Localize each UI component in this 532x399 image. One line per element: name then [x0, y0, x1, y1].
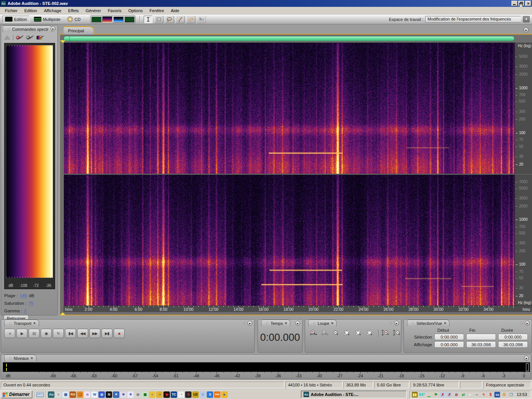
- quick-launch-media-player-icon[interactable]: ▸: [221, 391, 228, 398]
- time-selection-tool[interactable]: [144, 16, 153, 23]
- zoom-in-horizontal-button[interactable]: [309, 329, 319, 338]
- affichage-fin-field[interactable]: 36:03.098: [466, 341, 496, 348]
- tray-mouse-utility[interactable]: ⌁: [474, 392, 480, 397]
- waveform-view-button[interactable]: [91, 16, 101, 22]
- gradient-pen-button[interactable]: [36, 35, 44, 40]
- quick-launch-s-swirl-icon[interactable]: S: [207, 391, 213, 398]
- zoom-out-horizontal-button[interactable]: [320, 329, 330, 338]
- temps-tab[interactable]: Temps ×: [261, 320, 290, 326]
- color-pen-2-button[interactable]: [26, 35, 34, 40]
- tray-pause-badge[interactable]: ▮▮: [412, 392, 418, 397]
- phase-view-button[interactable]: [113, 16, 124, 22]
- tray-green-updater[interactable]: ⇄: [460, 392, 466, 397]
- tray-blue-window[interactable]: ❐: [508, 392, 514, 397]
- effects-paintbrush-tool[interactable]: [176, 16, 185, 23]
- zoom-to-selection-left-button[interactable]: [355, 329, 364, 338]
- menu-item-effets[interactable]: Effets: [65, 8, 82, 14]
- playhead-marker-top[interactable]: [60, 40, 65, 43]
- affichage-debut-field[interactable]: 0:00.000: [434, 341, 464, 348]
- panel-menu-button[interactable]: ▶: [51, 26, 55, 31]
- playhead-cursor[interactable]: [63, 43, 64, 306]
- gamma-value[interactable]: 2: [24, 309, 26, 314]
- main-panel-menu-button[interactable]: ▶: [524, 27, 529, 32]
- transport-tab[interactable]: Transport ×: [4, 320, 39, 326]
- menu-item-edition[interactable]: Edition: [21, 8, 41, 14]
- tray-cursor-spark[interactable]: ➤: [467, 392, 473, 397]
- time-ruler[interactable]: hms hms 2:004:006:008:0010:0012:0014:001…: [63, 306, 532, 312]
- multipiste-mode-button[interactable]: Multipiste: [31, 16, 63, 23]
- spectral-controls-tab[interactable]: Commandes spectrales: [3, 25, 52, 32]
- quick-launch-word-icon[interactable]: W: [91, 391, 98, 398]
- tray-red-dollar[interactable]: $: [488, 392, 493, 397]
- cd-mode-button[interactable]: CD: [65, 15, 83, 23]
- workspace-dropdown-arrow[interactable]: ▼: [523, 16, 530, 22]
- play-button[interactable]: ▶: [16, 329, 27, 338]
- play-from-cursor-button[interactable]: ◉: [41, 329, 52, 338]
- menu-item-favoris[interactable]: Favoris: [104, 8, 125, 14]
- quick-launch-onenote-icon[interactable]: n: [84, 391, 90, 398]
- panel-menu-button[interactable]: ▶: [524, 356, 529, 361]
- selection-duree-field[interactable]: 0:00.000: [498, 334, 528, 340]
- stop-button[interactable]: ■: [4, 329, 15, 338]
- quick-launch-ue-icon[interactable]: UE: [192, 391, 199, 398]
- spectrogram-left-channel[interactable]: [64, 43, 515, 174]
- quick-launch-planet-icon[interactable]: ◍: [98, 391, 105, 398]
- quick-launch-dial-icon[interactable]: ◔: [178, 391, 184, 398]
- spectrogram-right-channel[interactable]: [64, 175, 515, 306]
- quick-launch-a-circle-icon[interactable]: ◎: [135, 391, 141, 398]
- quick-launch-sbp-icon[interactable]: S: [185, 391, 192, 398]
- saturation-value[interactable]: 75: [28, 301, 33, 306]
- selection-vue-tab[interactable]: Sélection/Vue ×: [407, 320, 450, 326]
- taskbar-clock[interactable]: 13:53: [515, 392, 529, 397]
- workspace-dropdown[interactable]: Modification de l'espacement des fréquen…: [425, 16, 521, 22]
- level-meter[interactable]: [3, 362, 530, 372]
- close-icon[interactable]: ×: [31, 356, 33, 360]
- quick-launch-orange-briefcase-icon[interactable]: ❏: [77, 391, 83, 398]
- quick-launch-black-n-icon[interactable]: N: [106, 391, 112, 398]
- quick-launch-pdf-icon[interactable]: PDF: [214, 391, 220, 398]
- selection-debut-field[interactable]: 0:00.000: [434, 334, 464, 340]
- quick-launch-messenger-icon[interactable]: ☺: [200, 391, 206, 398]
- quick-launch-audition-icon[interactable]: Au: [48, 391, 54, 398]
- quick-launch-eye-icon[interactable]: ◉: [163, 391, 170, 398]
- tray-blue-monitor[interactable]: ▭: [494, 392, 500, 397]
- rewind-button[interactable]: ◀◀: [77, 329, 88, 338]
- tray-temperature-indicator[interactable]: 44°: [419, 392, 425, 397]
- zoom-out-vertical-button[interactable]: [392, 329, 402, 338]
- keyboard-layout-icon[interactable]: [36, 392, 44, 397]
- menu-item-affichage[interactable]: Affichage: [41, 8, 65, 14]
- scrub-tool[interactable]: [197, 16, 206, 23]
- tray-network-disconnected-2[interactable]: ✗: [446, 392, 452, 397]
- marquee-selection-tool[interactable]: [154, 16, 163, 23]
- quick-launch-rx-icon[interactable]: RX: [70, 391, 76, 398]
- playhead-marker-bottom[interactable]: [60, 312, 65, 315]
- color-pen-1-button[interactable]: [16, 35, 24, 40]
- pan-spectral-view-button[interactable]: [124, 16, 135, 22]
- zoom-to-selection-right-button[interactable]: [366, 329, 376, 338]
- principal-tab[interactable]: Principal: [63, 26, 94, 35]
- zoom-out-full-button[interactable]: [332, 329, 342, 338]
- tray-orange-mouse[interactable]: ʘ: [501, 392, 507, 397]
- pause-button[interactable]: ▮▮: [28, 329, 40, 338]
- close-icon[interactable]: ×: [285, 321, 287, 325]
- close-icon[interactable]: ×: [331, 321, 334, 325]
- horizontal-scrollbar[interactable]: [63, 36, 515, 41]
- panel-menu-button[interactable]: ▶: [295, 321, 300, 326]
- audition-task-button[interactable]: Au Adobe Audition - STE-...: [301, 391, 407, 398]
- tray-red-lightning[interactable]: ϟ: [481, 392, 486, 397]
- lasso-selection-tool[interactable]: [165, 16, 174, 23]
- close-icon[interactable]: ×: [444, 321, 446, 325]
- record-button[interactable]: ●: [114, 329, 125, 338]
- menu-item-fichier[interactable]: Fichier: [2, 8, 21, 14]
- quick-launch-sparkle-tool-icon[interactable]: ✳: [120, 391, 127, 398]
- tray-blocked-device[interactable]: ⊘: [453, 392, 459, 397]
- menu-item-aide[interactable]: Aide: [168, 8, 183, 14]
- plage-value[interactable]: 140: [20, 293, 27, 298]
- quick-launch-globe-gold-icon[interactable]: ◐: [149, 391, 155, 398]
- go-to-end-button[interactable]: ▶▮: [101, 329, 112, 338]
- zoom-in-vertical-button[interactable]: [381, 329, 391, 338]
- minimize-button[interactable]: [511, 1, 518, 6]
- menu-item-fen-tre[interactable]: Fenêtre: [146, 8, 168, 14]
- quick-launch-gray-sphere-icon[interactable]: ●: [55, 391, 62, 398]
- spot-healing-tool[interactable]: [186, 16, 195, 23]
